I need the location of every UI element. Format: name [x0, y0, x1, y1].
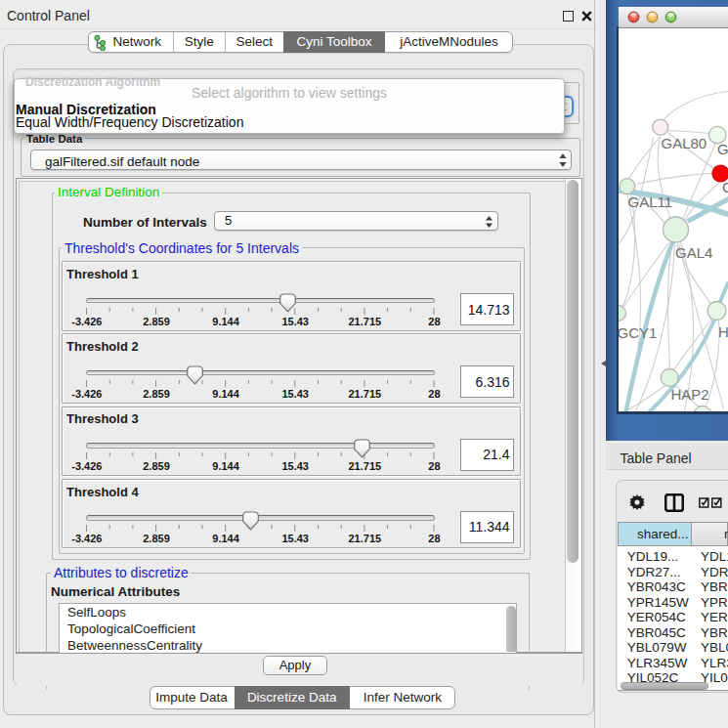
svg-text:GCY1: GCY1 [619, 324, 657, 341]
svg-text:GAL4: GAL4 [675, 243, 712, 260]
svg-text:HAP2: HAP2 [670, 385, 708, 402]
svg-text:GAL80: GAL80 [661, 134, 707, 150]
svg-text:GA: GA [717, 140, 728, 156]
svg-text:GAL11: GAL11 [627, 193, 672, 210]
svg-text:H: H [718, 322, 728, 339]
svg-text:C: C [722, 178, 728, 194]
